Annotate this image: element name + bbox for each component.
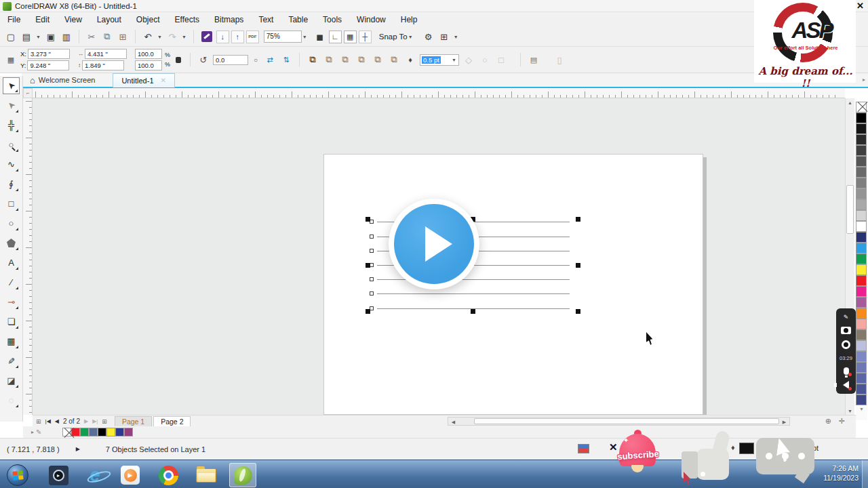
color-swatch[interactable] (856, 340, 867, 351)
show-grid-button[interactable]: ▦ (344, 30, 357, 43)
rotation-angle-field[interactable]: 0.0 (213, 55, 248, 65)
horizontal-scrollbar[interactable]: ◀ ▶ (448, 417, 790, 426)
menu-view[interactable]: View (57, 13, 90, 26)
color-swatch[interactable] (856, 232, 867, 243)
tab-close-icon[interactable]: ✕ (161, 77, 166, 84)
color-swatch[interactable] (856, 373, 867, 384)
close-button[interactable]: ✕ (856, 1, 864, 11)
previous-page-button[interactable]: ◀ (55, 418, 59, 424)
selection-handle[interactable] (366, 263, 370, 268)
zoom-level-combo[interactable]: 75%▼ (264, 30, 309, 43)
y-position-field[interactable]: 9.248 " (27, 60, 69, 70)
zoom-caret-icon[interactable]: ▼ (302, 35, 307, 39)
connector-tool[interactable]: ⊸ (3, 293, 20, 310)
menu-object[interactable]: Object (129, 13, 167, 26)
simplify-button[interactable]: ⧉ (371, 53, 384, 66)
window-dropdown-caret[interactable]: ▼ (454, 35, 458, 39)
microphone-button[interactable] (844, 367, 849, 375)
color-swatch[interactable] (856, 199, 867, 210)
save-button[interactable]: ▣ (44, 30, 58, 43)
color-swatch[interactable] (856, 362, 867, 373)
menu-help[interactable]: Help (393, 13, 425, 26)
print-button[interactable]: ▥ (60, 30, 73, 43)
no-color-swatch[interactable] (856, 102, 867, 113)
scroll-left-icon[interactable]: ◀ (449, 418, 458, 426)
redo-button[interactable]: ↷ (165, 30, 179, 43)
crop-tool[interactable]: ╬ (3, 117, 20, 134)
export-button[interactable]: ↑ (231, 30, 244, 43)
window-dropdown[interactable]: ⊞ (437, 30, 451, 43)
selection-handle[interactable] (576, 263, 580, 268)
menu-effects[interactable]: Effects (167, 13, 207, 26)
taskbar-chrome[interactable] (155, 463, 182, 487)
color-eyedropper-tool[interactable]: ✎ (3, 352, 20, 369)
mirror-horizontal-button[interactable]: ⇄ (263, 53, 277, 66)
weld-button[interactable]: ⧉ (322, 53, 336, 66)
ellipse-tool[interactable]: ○ (3, 215, 20, 232)
menu-edit[interactable]: Edit (28, 13, 57, 26)
taskbar-media-player[interactable]: ▶ (117, 463, 144, 487)
selection-handle[interactable] (471, 309, 475, 314)
color-swatch[interactable] (856, 308, 867, 319)
line-node[interactable] (370, 277, 374, 281)
color-swatch[interactable] (856, 243, 867, 253)
open-object-properties-button[interactable]: ▯ (553, 53, 566, 66)
publish-pdf-button[interactable]: PDF (246, 30, 259, 43)
menu-tools[interactable]: Tools (315, 13, 349, 26)
page-tab-2[interactable]: Page 2 (153, 416, 191, 426)
color-swatch[interactable] (856, 123, 867, 134)
last-page-button[interactable]: ▶| (92, 418, 98, 424)
new-document-button[interactable]: ▢ (4, 30, 18, 43)
page-tab-1[interactable]: Page 1 (115, 416, 152, 426)
search-content-button[interactable] (201, 31, 212, 42)
color-swatch[interactable] (856, 178, 867, 188)
tab-untitled-1[interactable]: Untitled-1 ✕ (113, 73, 174, 87)
ruler-origin-button[interactable]: ⌐ (23, 88, 33, 98)
color-swatch[interactable] (856, 210, 867, 221)
zoom-in-icon[interactable]: ⊕ (825, 417, 831, 426)
first-page-button[interactable]: |◀ (45, 418, 51, 424)
doc-color-swatch[interactable] (98, 428, 106, 436)
doc-color-swatch[interactable] (80, 428, 89, 436)
freehand-tool[interactable]: ∿ (3, 156, 20, 173)
taskbar-recorder-app[interactable]: ▸ (45, 463, 72, 487)
wrap-text-button[interactable]: ◇ (462, 53, 475, 66)
taskbar-file-explorer[interactable] (193, 463, 220, 487)
color-swatch[interactable] (856, 329, 867, 340)
color-swatch[interactable] (856, 253, 867, 264)
import-button[interactable]: ↓ (216, 30, 229, 43)
line-node[interactable] (370, 249, 374, 253)
paste-button[interactable]: ⊞ (116, 30, 130, 43)
outline-width-combo[interactable]: 0.5 pt ▼ (420, 54, 459, 66)
pick-tool[interactable]: ➤ (3, 77, 20, 94)
doc-color-swatch[interactable] (89, 428, 98, 436)
menu-bitmaps[interactable]: Bitmaps (207, 13, 251, 26)
color-swatch[interactable] (856, 351, 867, 362)
show-guidelines-button[interactable]: ┼ (359, 30, 372, 43)
horizontal-scroll-thumb[interactable] (474, 418, 779, 424)
shape-tool[interactable]: ➤ (3, 97, 20, 114)
open-button[interactable]: ▤ (20, 30, 33, 43)
combine-button[interactable]: ⧉ (306, 53, 319, 66)
draw-pen-button[interactable]: ✎ (844, 314, 849, 321)
scale-v-field[interactable]: 100.0 (135, 60, 162, 70)
document-page[interactable] (323, 154, 703, 415)
smart-drawing-tool[interactable]: ∮ (3, 176, 20, 192)
selection-handle[interactable] (366, 309, 370, 314)
color-swatch[interactable] (856, 319, 867, 329)
intersect-button[interactable]: ⧉ (355, 53, 368, 66)
menu-file[interactable]: File (0, 13, 28, 26)
undo-button[interactable]: ↶ (141, 30, 155, 43)
show-desktop-button[interactable] (862, 460, 868, 488)
pan-icon[interactable]: ✛ (839, 417, 845, 426)
open-button-caret[interactable]: ▼ (36, 35, 41, 39)
trim-button[interactable]: ⧉ (338, 53, 352, 66)
color-swatch[interactable] (856, 188, 867, 199)
lock-ratio-icon[interactable] (176, 57, 181, 63)
cut-button[interactable]: ✂ (85, 30, 98, 43)
to-front-button[interactable]: ○ (478, 53, 492, 66)
status-flyout-icon[interactable]: ▶ (76, 446, 80, 452)
menu-text[interactable]: Text (251, 13, 281, 26)
undo-button-caret[interactable]: ▼ (157, 35, 162, 39)
dimension-tool[interactable]: ∕ (3, 274, 20, 291)
